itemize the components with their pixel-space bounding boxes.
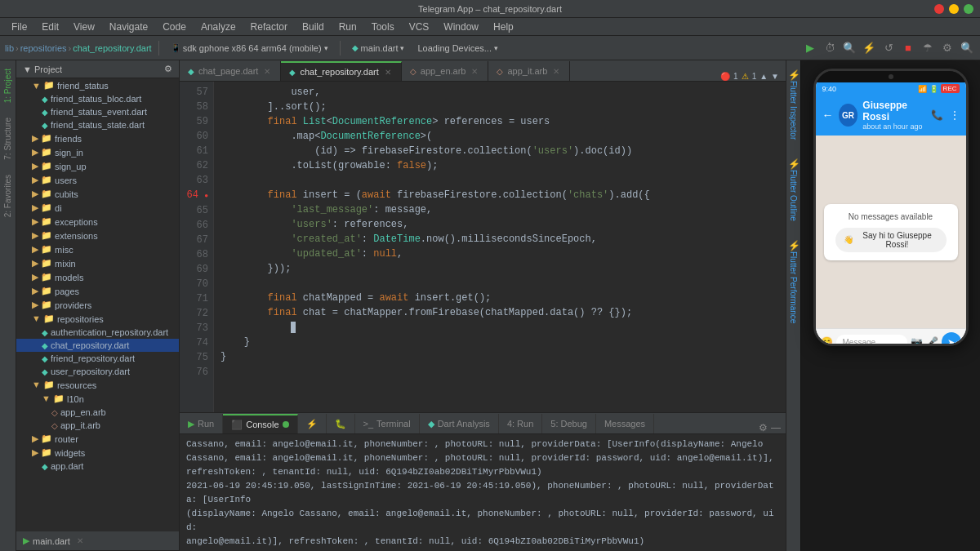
tab-close-app-en[interactable]: ✕: [470, 67, 479, 76]
bottom-tab-lightning[interactable]: ⚡: [298, 414, 327, 433]
sidebar-item-structure[interactable]: 7: Structure: [2, 113, 14, 165]
bottom-tab-5-debug[interactable]: 5: Debug: [542, 414, 596, 433]
close-button[interactable]: [934, 4, 944, 14]
tree-file-chat-repo[interactable]: ◆ chat_repository.dart: [16, 339, 179, 352]
tab-app-en[interactable]: ◇ app_en.arb ✕: [402, 61, 489, 81]
nav-down-icon[interactable]: ▼: [771, 72, 779, 81]
tab-close-chat-repository[interactable]: ✕: [383, 68, 393, 77]
sdk-selector[interactable]: 📱 sdk gphone x86 64 arm64 (mobile) ▾: [166, 42, 333, 55]
tab-app-it[interactable]: ◇ app_it.arb ✕: [488, 61, 570, 81]
tree-folder-resources[interactable]: ▼ 📁 resources: [16, 378, 179, 392]
menu-file[interactable]: File: [5, 20, 33, 34]
project-settings-icon[interactable]: ⚙: [164, 64, 172, 74]
tree-file-app-en[interactable]: ◇ app_en.arb: [16, 406, 179, 419]
breadcrumb-file[interactable]: chat_repository.dart: [73, 43, 151, 53]
settings-button[interactable]: ⚙: [939, 40, 956, 56]
tree-file-auth-repo[interactable]: ◆ authentication_repository.dart: [16, 326, 179, 339]
menu-build[interactable]: Build: [296, 20, 331, 34]
menu-navigate[interactable]: Navigate: [103, 20, 154, 34]
run-panel-tab[interactable]: ▶ main.dart ✕: [16, 531, 179, 551]
tab-close-chat-page[interactable]: ✕: [262, 67, 272, 76]
flutter-performance-tab[interactable]: ⚡ Flutter Performance: [786, 234, 801, 328]
sidebar-item-favorites[interactable]: 2: Favorites: [2, 170, 14, 222]
tree-folder-extensions[interactable]: ▶ 📁 extensions: [16, 229, 179, 242]
tab-close-app-it[interactable]: ✕: [551, 67, 561, 76]
menu-run[interactable]: Run: [332, 20, 363, 34]
tree-folder-misc[interactable]: ▶ 📁 misc: [16, 242, 179, 256]
maximize-button[interactable]: [964, 4, 973, 14]
phone-more-icon[interactable]: ⋮: [950, 109, 960, 121]
breadcrumb-repositories[interactable]: repositories: [20, 43, 67, 53]
minimize-button[interactable]: [949, 4, 959, 14]
menu-help[interactable]: Help: [487, 20, 520, 34]
tree-folder-l10n[interactable]: ▼ 📁 l10n: [16, 392, 179, 406]
phone-message-input[interactable]: Message: [836, 335, 907, 347]
tree-file-friend-status-state[interactable]: ◆ friend_status_state.dart: [16, 118, 179, 131]
hot-reload-button[interactable]: ⚡: [861, 40, 877, 56]
phone-call-icon[interactable]: 📞: [931, 109, 943, 121]
tree-file-friend-repo[interactable]: ◆ friend_repository.dart: [16, 352, 179, 365]
loading-devices-btn[interactable]: Loading Devices... ▾: [412, 42, 503, 55]
say-hi-button[interactable]: 👋 Say hi to Giuseppe Rossi!: [835, 228, 947, 252]
tab-chat-page[interactable]: ◆ chat_page.dart ✕: [180, 61, 281, 81]
tree-folder-models[interactable]: ▶ 📁 models: [16, 270, 179, 284]
tree-folder-providers[interactable]: ▶ 📁 providers: [16, 298, 179, 312]
tree-folder-friends[interactable]: ▶ 📁 friends: [16, 131, 179, 145]
tree-folder-repositories[interactable]: ▼ 📁 repositories: [16, 312, 179, 326]
tree-file-app-it[interactable]: ◇ app_it.arb: [16, 419, 179, 432]
code-editor[interactable]: 57 58 59 60 61 62 63 64 ● 65 66 67 68 69…: [180, 82, 786, 412]
bottom-tab-messages[interactable]: Messages: [596, 414, 654, 433]
search-everywhere-button[interactable]: 🔍: [959, 40, 975, 56]
bottom-tab-4-run[interactable]: 4: Run: [499, 414, 542, 433]
stop-button[interactable]: ■: [900, 40, 916, 56]
menu-vcs[interactable]: VCS: [403, 20, 436, 34]
run-tab-close[interactable]: ✕: [77, 536, 83, 545]
hot-restart-button[interactable]: ↺: [880, 40, 897, 56]
menu-tools[interactable]: Tools: [365, 20, 401, 34]
phone-camera-icon[interactable]: 📷: [911, 336, 923, 346]
menu-edit[interactable]: Edit: [35, 20, 65, 34]
menu-analyze[interactable]: Analyze: [194, 20, 243, 34]
tree-folder-users[interactable]: ▶ 📁 users: [16, 173, 179, 187]
tree-folder-cubits[interactable]: ▶ 📁 cubits: [16, 187, 179, 201]
menu-view[interactable]: View: [67, 20, 101, 34]
phone-mic-icon[interactable]: 🎤: [926, 336, 938, 346]
bottom-minimize-icon[interactable]: —: [771, 422, 781, 433]
coverage-button[interactable]: ☂: [920, 40, 936, 56]
flutter-inspector-button[interactable]: 🔍: [841, 40, 858, 56]
tree-folder-di[interactable]: ▶ 📁 di: [16, 201, 179, 215]
profile-button[interactable]: ⏱: [822, 40, 838, 56]
tree-folder-exceptions[interactable]: ▶ 📁 exceptions: [16, 215, 179, 229]
sidebar-item-project[interactable]: 1: Project: [2, 64, 14, 108]
tree-file-friend-status-bloc[interactable]: ◆ friend_status_bloc.dart: [16, 92, 179, 105]
flutter-inspector-tab[interactable]: ⚡ Flutter Inspector: [786, 64, 801, 144]
bottom-tab-console[interactable]: ⬛ Console: [223, 414, 297, 433]
phone-send-button[interactable]: ➤: [942, 332, 961, 346]
breadcrumb-lib[interactable]: lib: [5, 43, 14, 53]
menu-code[interactable]: Code: [156, 20, 193, 34]
bottom-tab-dart-analysis[interactable]: ◆ Dart Analysis: [420, 414, 499, 433]
bottom-tab-run[interactable]: ▶ Run: [180, 414, 223, 433]
tree-folder-router[interactable]: ▶ 📁 router: [16, 432, 179, 446]
tree-folder-sign-up[interactable]: ▶ 📁 sign_up: [16, 159, 179, 173]
tree-file-user-repo[interactable]: ◆ user_repository.dart: [16, 365, 179, 378]
flutter-outline-tab[interactable]: ⚡ Flutter Outline: [786, 153, 801, 226]
window-controls[interactable]: [934, 4, 973, 14]
tree-file-app[interactable]: ◆ app.dart: [16, 460, 179, 473]
main-file-selector[interactable]: ◆ main.dart ▾: [347, 42, 410, 55]
tree-folder-sign-in[interactable]: ▶ 📁 sign_in: [16, 145, 179, 159]
nav-up-icon[interactable]: ▲: [760, 72, 768, 81]
bottom-settings-icon[interactable]: ⚙: [759, 422, 768, 433]
menu-refactor[interactable]: Refactor: [244, 20, 294, 34]
tab-chat-repository[interactable]: ◆ chat_repository.dart ✕: [281, 61, 401, 81]
phone-back-icon[interactable]: ←: [822, 109, 834, 122]
tree-file-friend-status-event[interactable]: ◆ friend_status_event.dart: [16, 105, 179, 118]
tree-folder-mixin[interactable]: ▶ 📁 mixin: [16, 256, 179, 270]
tree-folder-friend-status[interactable]: ▼ 📁 friend_status: [16, 78, 179, 92]
run-button[interactable]: ▶: [802, 40, 818, 56]
console-content[interactable]: Cassano, email: angelo@email.it, phoneNu…: [180, 434, 786, 551]
tree-folder-pages[interactable]: ▶ 📁 pages: [16, 284, 179, 298]
bottom-tab-debug[interactable]: 🐛: [327, 414, 355, 433]
menu-window[interactable]: Window: [437, 20, 485, 34]
bottom-tab-terminal[interactable]: >_ Terminal: [355, 414, 420, 433]
